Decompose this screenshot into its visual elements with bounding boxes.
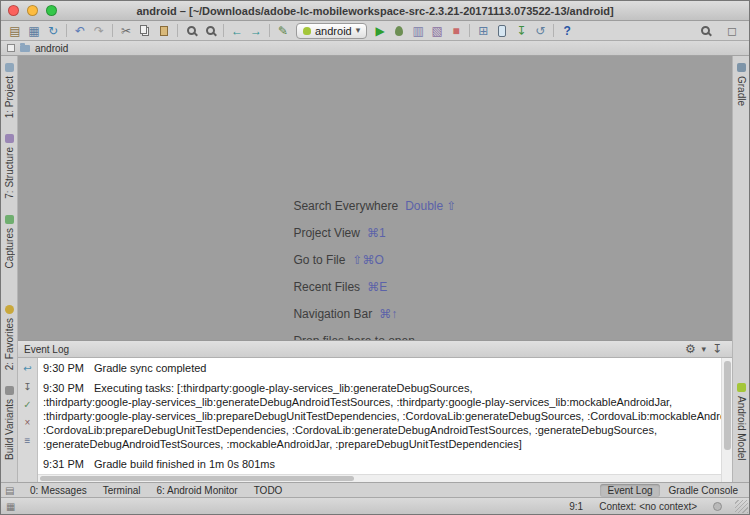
- forward-icon[interactable]: [247, 23, 265, 39]
- find-icon[interactable]: [182, 23, 200, 39]
- redo-icon[interactable]: [90, 23, 108, 39]
- event-log-header-actions: [681, 341, 726, 357]
- vertical-scrollbar[interactable]: [721, 358, 732, 482]
- breadcrumb[interactable]: android: [35, 43, 68, 54]
- maximize-icon[interactable]: [723, 23, 741, 39]
- folder-icon: [20, 45, 30, 52]
- toolbar-separator: [223, 24, 224, 37]
- tool-window-bar-button[interactable]: 0: Messages: [23, 484, 94, 497]
- tool-window-button[interactable]: Android Model: [736, 383, 747, 460]
- mark-all-read-icon[interactable]: [21, 399, 35, 411]
- back-icon[interactable]: [228, 23, 246, 39]
- right-tool-stripe: Gradle Android Model: [732, 56, 749, 482]
- hide-panel-icon[interactable]: [708, 341, 726, 357]
- shortcut-label: Recent Files: [293, 280, 360, 294]
- toolwindow-switcher-icon[interactable]: [5, 485, 19, 496]
- replace-icon[interactable]: [201, 23, 219, 39]
- stop-icon[interactable]: [447, 23, 465, 39]
- gradle-sync-icon[interactable]: [531, 23, 549, 39]
- tool-window-bar-button[interactable]: Gradle Console: [662, 484, 745, 497]
- log-timestamp: 9:31 PM: [43, 458, 84, 470]
- sdk-manager-icon[interactable]: [512, 23, 530, 39]
- toolwindow-toggle-icon[interactable]: [6, 501, 18, 512]
- tool-window-bar-right: Event Log Gradle Console: [600, 484, 745, 497]
- tool-window-bar-button[interactable]: Event Log: [600, 484, 659, 497]
- settings-gear-icon[interactable]: [681, 341, 699, 357]
- clear-all-icon[interactable]: [21, 417, 35, 429]
- run-config-label: android: [315, 25, 352, 37]
- navbar-panel-icon[interactable]: [7, 44, 15, 52]
- log-message: :thirdparty:google-play-services_lib:pre…: [43, 410, 721, 422]
- tool-window-label: Android Model: [736, 396, 747, 460]
- horizontal-scrollbar-thumb[interactable]: [40, 476, 354, 481]
- shortcut-hint: Recent Files⌘E: [293, 281, 456, 294]
- debug-icon[interactable]: [390, 23, 408, 39]
- tool-window-button[interactable]: 1: Project: [4, 63, 15, 118]
- shortcut-hint: Go to File⇧⌘O: [293, 254, 456, 267]
- edit-configurations-icon[interactable]: [274, 23, 292, 39]
- toolbar-separator: [66, 24, 67, 37]
- toolbar-separator: [269, 24, 270, 37]
- tool-window-icon: [737, 63, 746, 72]
- tool-window-button[interactable]: Gradle: [736, 63, 747, 106]
- zoom-button[interactable]: [46, 5, 57, 16]
- tool-window-bar-button[interactable]: Terminal: [96, 484, 148, 497]
- horizontal-scrollbar[interactable]: [38, 474, 721, 482]
- filter-icon[interactable]: [21, 435, 35, 447]
- tool-window-label: Build Variants: [4, 399, 15, 460]
- traffic-lights: [8, 5, 57, 16]
- sync-icon[interactable]: [44, 23, 62, 39]
- right-stripe-top-group: Gradle: [736, 63, 747, 106]
- tool-window-bar-button[interactable]: TODO: [247, 484, 290, 497]
- tool-window-button[interactable]: Captures: [4, 215, 15, 269]
- tool-window-label: 2: Favorites: [4, 318, 15, 370]
- event-log-panel: Event Log: [18, 340, 732, 482]
- scroll-to-end-icon[interactable]: [21, 381, 35, 393]
- run-config-combo[interactable]: android: [296, 23, 367, 39]
- run-icon[interactable]: [371, 23, 389, 39]
- tool-window-button[interactable]: 7: Structure: [4, 134, 15, 199]
- status-bar: 9:1 Context: <no context>: [1, 497, 749, 514]
- minimize-button[interactable]: [27, 5, 38, 16]
- resize-grip[interactable]: [735, 500, 748, 513]
- profiler-icon[interactable]: [428, 23, 446, 39]
- log-message: :thirdparty:google-play-services_lib:gen…: [43, 396, 672, 408]
- copy-icon[interactable]: [136, 23, 154, 39]
- log-message: Executing tasks: [:thirdparty:google-pla…: [94, 382, 472, 394]
- event-log-body: 9:30 PMGradle sync completed 9:30 PMExec…: [18, 358, 732, 482]
- run-with-coverage-icon[interactable]: [409, 23, 427, 39]
- avd-manager-icon[interactable]: [493, 23, 511, 39]
- vertical-scrollbar-thumb[interactable]: [724, 361, 731, 450]
- shortcut-keys: ⌘1: [367, 226, 386, 240]
- paste-icon[interactable]: [155, 23, 173, 39]
- open-icon[interactable]: [6, 23, 24, 39]
- save-all-icon[interactable]: [25, 23, 43, 39]
- tool-window-bar: 0: Messages Terminal 6: Android Monitor …: [1, 482, 749, 497]
- project-structure-icon[interactable]: [474, 23, 492, 39]
- undo-icon[interactable]: [71, 23, 89, 39]
- log-line: 9:30 PMGradle sync completed: [43, 361, 716, 375]
- context-indicator[interactable]: Context: <no context>: [599, 501, 697, 512]
- log-line: :thirdparty:google-play-services_lib:gen…: [43, 395, 716, 409]
- inspections-profile-icon[interactable]: [713, 502, 722, 511]
- left-tool-stripe: 1: Project 7: Structure Captures: [1, 56, 18, 482]
- close-button[interactable]: [8, 5, 19, 16]
- shortcut-label: Project View: [293, 226, 359, 240]
- android-robot-icon: [303, 27, 311, 35]
- log-message: :CordovaLib:prepareDebugUnitTestDependen…: [43, 424, 657, 436]
- cut-icon[interactable]: [117, 23, 135, 39]
- tool-window-label: 1: Project: [4, 76, 15, 118]
- tool-window-bar-button[interactable]: 6: Android Monitor: [150, 484, 245, 497]
- chevron-down-icon[interactable]: [701, 341, 706, 357]
- ide-window: android – [~/Downloads/adobe-lc-mobilewo…: [0, 0, 750, 515]
- search-everywhere-icon[interactable]: [696, 23, 714, 39]
- event-log-content-wrap: 9:30 PMGradle sync completed 9:30 PMExec…: [38, 358, 721, 482]
- caret-position[interactable]: 9:1: [569, 501, 583, 512]
- soft-wrap-icon[interactable]: [21, 363, 35, 375]
- tool-window-button[interactable]: 2: Favorites: [4, 305, 15, 370]
- tool-window-button[interactable]: Build Variants: [4, 386, 15, 460]
- event-log-title: Event Log: [24, 344, 69, 355]
- help-icon[interactable]: [558, 23, 576, 39]
- shortcut-hint: Search EverywhereDouble ⇧: [293, 200, 456, 213]
- right-stripe-bottom-group: Android Model: [736, 383, 747, 460]
